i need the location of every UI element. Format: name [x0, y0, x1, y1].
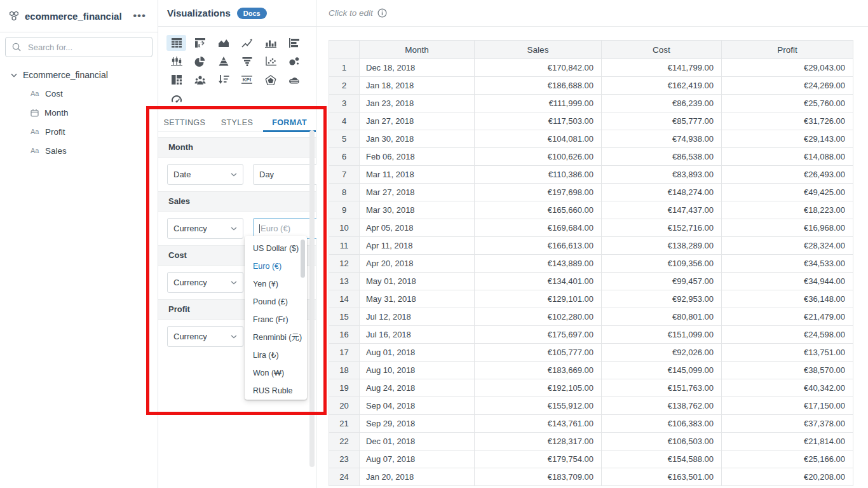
- cost-cell: €148,274.00: [602, 184, 722, 201]
- tree-root-ecommerce-financial[interactable]: Ecommerce_financial: [0, 66, 158, 84]
- search-input[interactable]: [27, 42, 146, 53]
- sales-cell: €111,999.00: [475, 95, 602, 112]
- month-cell: Feb 06, 2018: [360, 148, 475, 166]
- viz-icon-ranking[interactable]: [214, 72, 233, 88]
- viz-icon-doughnut-chart[interactable]: [284, 72, 304, 88]
- cost-cell: €106,383.00: [602, 415, 722, 433]
- viz-icon-candlestick-chart[interactable]: [166, 53, 186, 69]
- field-item-sales[interactable]: Aa Sales: [0, 141, 158, 160]
- chevron-down-icon: [231, 335, 237, 339]
- panel-scrollbar-thumb[interactable]: [309, 130, 315, 467]
- row-number-cell: 4: [329, 112, 360, 130]
- col-header-month: Month: [360, 41, 475, 59]
- cost-cell: €154,588.00: [602, 451, 722, 468]
- currency-option[interactable]: Won (₩): [245, 364, 307, 382]
- currency-option[interactable]: Franc (Fr): [245, 311, 307, 329]
- month-cell: Sep 04, 2018: [360, 397, 475, 415]
- row-number-cell: 12: [329, 255, 360, 273]
- profit-cell: €16,968.00: [722, 219, 853, 237]
- currency-option[interactable]: Euro (€): [245, 257, 307, 275]
- table-row: 17 Aug 01, 2018 €105,777.00 €92,026.00 €…: [329, 344, 853, 362]
- tab-format[interactable]: FORMAT: [263, 113, 316, 132]
- viz-icon-bar-chart[interactable]: [284, 35, 304, 51]
- row-number-cell: 22: [329, 433, 360, 451]
- viz-icon-table[interactable]: [166, 35, 186, 51]
- currency-option[interactable]: Pound (£): [245, 293, 307, 311]
- field-item-cost[interactable]: Aa Cost: [0, 84, 158, 103]
- viz-icon-bubble-chart[interactable]: [284, 53, 304, 69]
- dropdown-scrollbar-thumb[interactable]: [301, 240, 305, 278]
- table-row: 12 Apr 20, 2018 €143,889.00 €109,356.00 …: [329, 255, 853, 273]
- tab-settings[interactable]: SETTINGS: [158, 113, 211, 132]
- sales-cell: €143,889.00: [475, 255, 602, 273]
- sales-cell: €170,842.00: [475, 59, 602, 77]
- table-row: 4 Jan 27, 2018 €117,503.00 €85,777.00 €3…: [329, 112, 853, 130]
- docs-badge[interactable]: Docs: [237, 8, 267, 19]
- month-cell: Aug 10, 2018: [360, 362, 475, 379]
- month-cell: Aug 07, 2018: [360, 451, 475, 468]
- viz-icon-area-chart[interactable]: [214, 35, 233, 51]
- viz-icon-treemap[interactable]: [166, 72, 186, 88]
- profit-cell: €37,378.00: [722, 415, 853, 433]
- tab-styles[interactable]: STYLES: [211, 113, 264, 132]
- field-search[interactable]: [5, 37, 153, 57]
- cost-cell: €86,538.00: [602, 148, 722, 166]
- profit-type-select[interactable]: Currency: [167, 326, 243, 347]
- row-number-cell: 7: [329, 166, 360, 184]
- viz-icon-pie-chart[interactable]: [190, 53, 210, 69]
- chevron-down-icon: [231, 173, 237, 177]
- sales-cell: €110,386.00: [475, 166, 602, 184]
- cost-type-select[interactable]: Currency: [167, 272, 243, 293]
- cost-cell: €147,437.00: [602, 201, 722, 219]
- viz-icon-gauge[interactable]: [166, 90, 186, 106]
- row-number-cell: 14: [329, 290, 360, 308]
- month-cell: Mar 30, 2018: [360, 201, 475, 219]
- viz-icon-map-marker[interactable]: [190, 72, 210, 88]
- cost-cell: €138,762.00: [602, 397, 722, 415]
- viz-icon-column-chart[interactable]: [261, 35, 280, 51]
- sales-cell: €179,754.00: [475, 451, 602, 468]
- chevron-down-icon: [11, 73, 17, 78]
- month-type-select[interactable]: Date: [167, 164, 243, 185]
- field-item-month[interactable]: Month: [0, 103, 158, 122]
- format-section-sales: Sales: [158, 191, 316, 212]
- currency-option[interactable]: Renminbi (元): [245, 329, 307, 346]
- tree-root-label: Ecommerce_financial: [23, 70, 108, 80]
- sales-type-select[interactable]: Currency: [167, 218, 243, 239]
- sales-cell: €183,669.00: [475, 362, 602, 379]
- profit-cell: €13,751.00: [722, 344, 853, 362]
- cost-cell: €74,938.00: [602, 130, 722, 148]
- viz-icon-pyramid-chart[interactable]: [214, 53, 233, 69]
- viz-icon-line-chart[interactable]: [237, 35, 257, 51]
- field-label: Profit: [45, 127, 65, 137]
- click-to-edit-hint[interactable]: Click to edit: [329, 8, 373, 18]
- field-label: Month: [44, 108, 69, 118]
- viz-icon-funnel-chart[interactable]: [237, 53, 257, 69]
- data-table[interactable]: Month Sales Cost Profit 1 Dec 18, 2018 €…: [329, 40, 853, 486]
- currency-option[interactable]: Lira (₺): [245, 346, 307, 364]
- field-item-profit[interactable]: Aa Profit: [0, 122, 158, 141]
- profit-cell: €18,223.00: [722, 201, 853, 219]
- table-row: 5 Jan 30, 2018 €104,081.00 €74,938.00 €2…: [329, 130, 853, 148]
- widget-title-bar[interactable]: Click to edit: [316, 0, 868, 27]
- table-row: 20 Sep 04, 2018 €155,912.00 €138,762.00 …: [329, 397, 853, 415]
- sales-cell: €104,081.00: [475, 130, 602, 148]
- currency-option[interactable]: Yen (¥): [245, 275, 307, 293]
- viz-icon-scatter-chart[interactable]: [261, 53, 280, 69]
- info-icon: [377, 8, 387, 18]
- table-row: 8 Mar 27, 2018 €197,698.00 €148,274.00 €…: [329, 184, 853, 201]
- more-options-icon[interactable]: •••: [130, 11, 149, 20]
- profit-cell: €24,269.00: [722, 77, 853, 95]
- currency-option[interactable]: US Dollar ($): [245, 240, 307, 257]
- month-cell: Jan 30, 2018: [360, 130, 475, 148]
- currency-option[interactable]: RUS Ruble: [245, 382, 307, 400]
- profit-cell: €29,043.00: [722, 59, 853, 77]
- viz-icon-polar-chart[interactable]: [261, 72, 280, 88]
- profit-cell: €49,425.00: [722, 184, 853, 201]
- viz-icon-pivot-table[interactable]: [190, 35, 210, 51]
- row-number-cell: 16: [329, 326, 360, 344]
- sales-cell: €183,709.00: [475, 468, 602, 486]
- sales-cell: €105,777.00: [475, 344, 602, 362]
- row-number-cell: 2: [329, 77, 360, 95]
- viz-icon-kpi-card[interactable]: KPI: [237, 72, 257, 88]
